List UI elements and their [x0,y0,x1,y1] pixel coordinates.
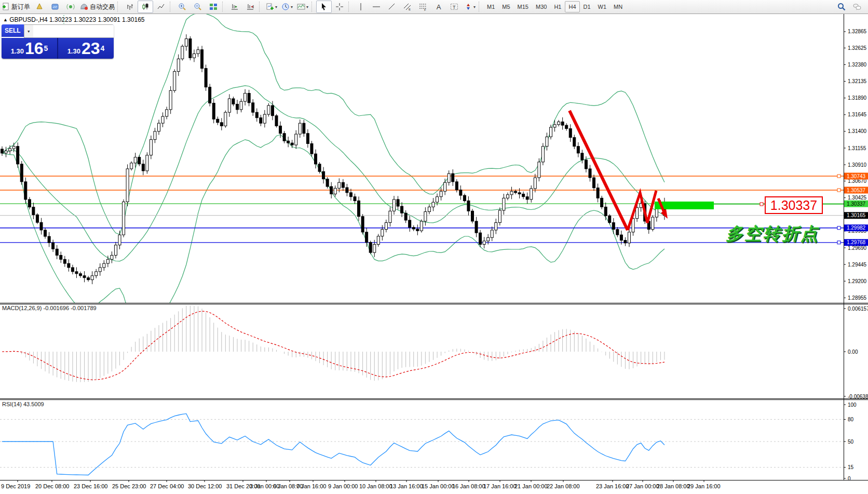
label-button[interactable]: T [446,1,462,13]
tab-timeframe-m30[interactable]: M30 [532,1,550,12]
price-callout-box[interactable]: 1.30337 [765,196,823,214]
chart-shift-button[interactable] [242,1,258,13]
svg-text:100: 100 [848,402,857,408]
svg-text:1.29768: 1.29768 [847,239,866,245]
toolbar-separator [117,2,121,12]
svg-text:22 Jan 08:00: 22 Jan 08:00 [547,483,580,489]
sell-price-sup: 5 [44,44,48,52]
tab-timeframe-m5[interactable]: M5 [498,1,513,12]
svg-text:1.32625: 1.32625 [848,45,867,51]
svg-text:7 Jan 16:00: 7 Jan 16:00 [296,483,327,489]
svg-text:1.28955: 1.28955 [848,295,867,301]
new-order-button[interactable]: 新订单 [0,1,32,13]
volume-decrease-button[interactable]: ▼ [24,25,33,37]
chat-button[interactable] [849,1,865,13]
text-button[interactable]: A [431,1,446,13]
crosshair-button[interactable] [332,1,347,13]
svg-text:30 Dec 12:00: 30 Dec 12:00 [188,483,222,489]
top-toolbar: 新订单 自动交易 [0,0,868,14]
tab-timeframe-h1[interactable]: H1 [550,1,565,12]
rsi-pane [0,413,844,475]
svg-text:15 Jan 00:00: 15 Jan 00:00 [422,483,455,489]
toolbar-separator [311,2,315,12]
autotrading-button[interactable]: 自动交易 [78,1,116,13]
channel-button[interactable]: E [400,1,415,13]
toolbar-separator [259,2,263,12]
sell-price[interactable]: 1.30 16 5 [2,38,57,59]
sell-price-big: 16 [25,39,44,58]
svg-text:1.32380: 1.32380 [848,62,867,68]
macd-pane [2,305,664,382]
hline-button[interactable] [369,1,384,13]
svg-text:1.29200: 1.29200 [848,278,867,284]
label-tool-icon: T [450,3,458,11]
autoscroll-button[interactable] [227,1,242,13]
buy-price-big: 23 [82,39,100,58]
tab-timeframe-w1[interactable]: W1 [594,1,611,12]
svg-text:1.30537: 1.30537 [847,188,866,193]
fibonacci-button[interactable]: F [415,1,431,13]
zoom-out-button[interactable] [190,1,206,13]
profiles-button[interactable] [47,1,63,13]
svg-text:23 Jan 16:00: 23 Jan 16:00 [596,483,629,489]
svg-text:1.30910: 1.30910 [848,162,867,168]
chat-icon [853,3,861,11]
templates-button[interactable]: ▾ [295,1,310,13]
indicators-button[interactable]: ▾ [264,1,279,13]
time-axis[interactable]: 9 Dec 201920 Dec 08:0023 Dec 16:0025 Dec… [1,480,721,489]
chart-bars-button[interactable] [122,1,138,13]
timeframe-group: M1 M5 M15 M30 H1 H4 D1 W1 MN [483,0,626,14]
svg-text:16 Jan 08:00: 16 Jan 08:00 [452,483,485,489]
text-tool-icon: A [437,3,441,11]
signal-button[interactable] [63,1,78,13]
svg-text:-0.00638: -0.00638 [848,394,868,399]
tab-timeframe-mn[interactable]: MN [610,1,626,12]
chart-candles-button[interactable] [138,1,153,13]
trendline-button[interactable] [384,1,400,13]
svg-text:9 Dec 2019: 9 Dec 2019 [1,483,30,489]
equidistant-channel-icon: E [403,3,412,11]
tab-timeframe-d1[interactable]: D1 [580,1,594,12]
zoom-in-button[interactable] [174,1,190,13]
signal-icon [66,3,75,11]
search-icon [837,3,846,11]
templates-icon [297,3,305,11]
axes: 1.328651.326251.323801.321351.318901.316… [0,14,868,482]
sell-button[interactable]: SELL [2,24,24,38]
candlestick-icon [141,3,150,11]
svg-text:17 Jan 16:00: 17 Jan 16:00 [483,483,517,489]
tab-timeframe-h4[interactable]: H4 [565,1,579,12]
tab-timeframe-m1[interactable]: M1 [483,1,498,12]
svg-text:1.32135: 1.32135 [848,78,867,84]
volume-input[interactable] [33,25,114,37]
svg-text:1.31890: 1.31890 [848,95,867,101]
dropdown-caret-icon: ▾ [291,5,293,9]
zoom-out-icon [194,3,202,11]
svg-text:25 Dec 23:00: 25 Dec 23:00 [112,483,146,489]
chart-line-button[interactable] [153,1,169,13]
vline-button[interactable] [353,1,369,13]
bollinger-bands [2,14,664,328]
arrows-tool-icon [464,3,472,11]
crosshair-icon [335,3,344,11]
svg-text:1.31645: 1.31645 [848,112,867,117]
svg-text:1.29982: 1.29982 [847,225,866,231]
styler-button[interactable] [32,1,47,13]
chart-canvas[interactable]: 1.328651.326251.323801.321351.318901.316… [0,0,868,494]
periods-button[interactable]: ▾ [279,1,295,13]
buy-price[interactable]: 1.30 23 4 [58,38,114,59]
symbol-marker-icon: ▲ [3,17,8,22]
turning-point-annotation[interactable]: 多空转折点 [726,222,819,246]
arrows-button[interactable]: ▾ [462,1,478,13]
search-button[interactable] [834,1,849,13]
sell-price-small: 1.30 [11,47,24,55]
cursor-button[interactable] [316,1,332,13]
new-order-icon [2,3,10,11]
volume-control: ▼ ▲ [24,24,114,38]
svg-text:80: 80 [848,417,854,422]
svg-text:21 Jan 00:00: 21 Jan 00:00 [514,483,548,489]
indicators-icon [266,3,274,11]
tab-timeframe-m15[interactable]: M15 [514,1,532,12]
svg-text:1.29445: 1.29445 [848,262,867,268]
tile-windows-button[interactable] [206,1,221,13]
